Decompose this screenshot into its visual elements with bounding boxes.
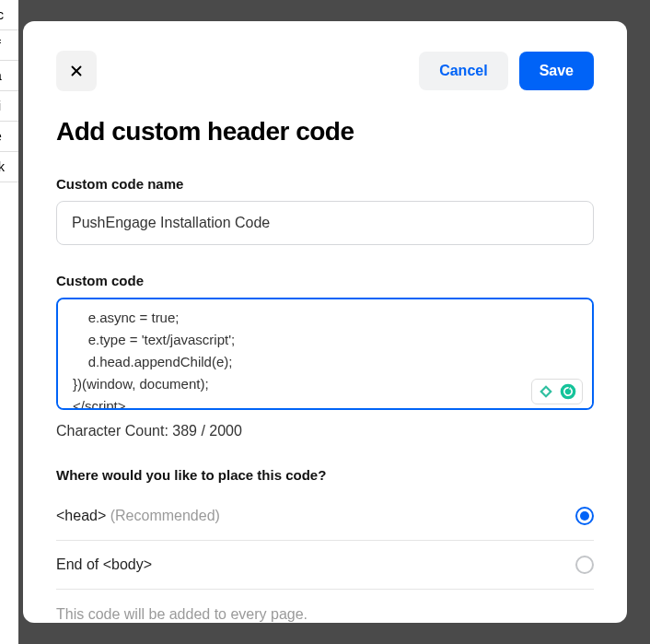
code-label: Custom code [56, 273, 594, 288]
placement-section: Where would you like to place this code?… [56, 467, 594, 623]
cancel-button[interactable]: Cancel [419, 52, 507, 90]
svg-point-4 [561, 384, 576, 400]
grammarly-icon[interactable] [559, 382, 577, 401]
name-label: Custom code name [56, 176, 594, 192]
radio-option-body[interactable]: End of <body> [56, 541, 594, 590]
close-button[interactable] [56, 51, 97, 91]
field-group-name: Custom code name [56, 176, 594, 245]
custom-header-code-modal: Cancel Save Add custom header code Custo… [23, 21, 627, 623]
char-count: Character Count: 389 / 2000 [56, 423, 594, 439]
code-wrapper [56, 298, 594, 414]
backdrop: ic if a ti e :k [0, 0, 18, 644]
extension-icon[interactable] [537, 382, 555, 401]
radio-input-body[interactable] [575, 556, 594, 574]
placement-note: This code will be added to every page. [56, 606, 594, 623]
modal-title: Add custom header code [56, 117, 594, 146]
placement-question: Where would you like to place this code? [56, 467, 594, 483]
name-input[interactable] [56, 201, 594, 245]
radio-label-body: End of <body> [56, 556, 152, 573]
modal-header: Cancel Save [56, 51, 594, 91]
code-tools [531, 379, 583, 404]
code-textarea[interactable] [56, 298, 594, 410]
radio-input-head[interactable] [575, 507, 594, 525]
close-icon [68, 63, 85, 79]
radio-option-head[interactable]: <head> (Recommended) [56, 492, 594, 541]
header-actions: Cancel Save [419, 52, 594, 90]
radio-label-head: <head> (Recommended) [56, 508, 220, 524]
save-button[interactable]: Save [519, 52, 594, 90]
field-group-code: Custom code Characte [56, 273, 594, 439]
